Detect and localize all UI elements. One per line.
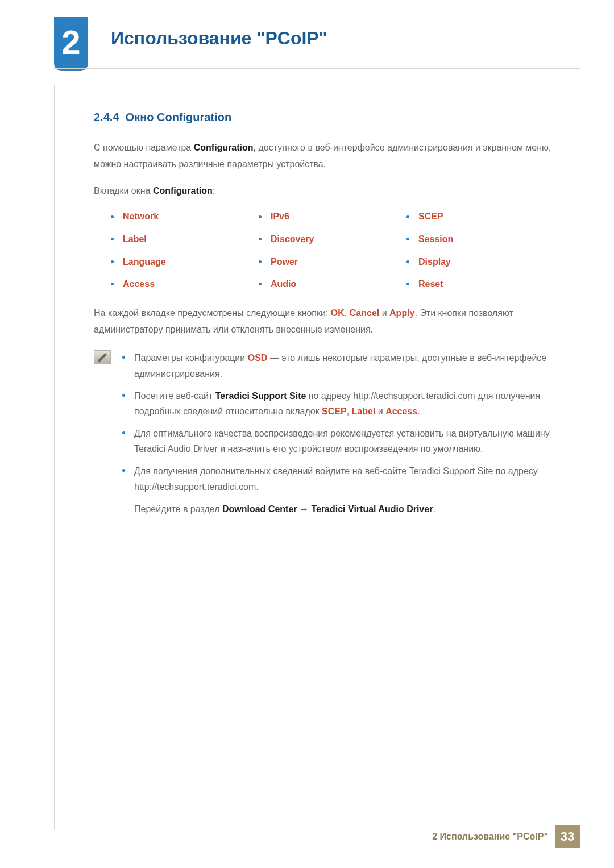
n2-t3: Access — [385, 406, 417, 416]
bullet-icon — [406, 260, 409, 263]
tab-item: Access — [111, 277, 259, 292]
tab-item: Session — [406, 232, 554, 247]
intro-paragraph: С помощью параметра Configuration, досту… — [94, 140, 554, 173]
n2-s1: , — [347, 406, 352, 416]
note-text: Посетите веб-сайт Teradici Support Site … — [134, 388, 554, 419]
n1-hl: OSD — [248, 353, 268, 363]
tabs-grid: Network IPv6 SCEP Label Discovery Sessio… — [111, 209, 554, 291]
tabs-intro-post: : — [213, 186, 215, 196]
tab-label: Discovery — [271, 232, 314, 247]
tab-item: Power — [259, 255, 406, 269]
tab-item: Language — [111, 255, 259, 269]
n4-tv: Teradici Virtual Audio Driver — [311, 504, 433, 514]
note-text: Для получения дополнительных сведений во… — [134, 463, 554, 494]
n2-s2: и — [375, 406, 385, 416]
bullet-icon — [122, 469, 125, 472]
tab-label: Session — [418, 232, 453, 247]
n2-b: Teradici Support Site — [215, 391, 306, 401]
note-icon — [94, 350, 111, 364]
chapter-number-badge: 2 — [54, 17, 88, 71]
note-item: Для оптимального качества воспроизведени… — [122, 426, 554, 456]
tab-label: Access — [123, 277, 155, 292]
note-item: Параметры конфигурации OSD — это лишь не… — [122, 350, 554, 381]
note-extra-line: Перейдите в раздел Download Center → Ter… — [134, 501, 554, 517]
n4-l2-pre: Перейдите в раздел — [134, 504, 222, 514]
tab-item: Discovery — [259, 232, 406, 247]
tab-item: Label — [111, 232, 259, 247]
note-list: Параметры конфигурации OSD — это лишь не… — [122, 350, 554, 517]
n2-pre: Посетите веб-сайт — [134, 391, 215, 401]
section-heading: 2.4.4 Окно Configuration — [94, 108, 554, 126]
n1-pre: Параметры конфигурации — [134, 353, 248, 363]
bullet-icon — [406, 215, 409, 218]
tabs-intro-bold: Configuration — [153, 186, 213, 196]
note-item: Посетите веб-сайт Teradici Support Site … — [122, 388, 554, 419]
tab-label: Network — [123, 209, 159, 224]
sep: , — [345, 308, 350, 318]
tab-label: Label — [123, 232, 147, 247]
bullet-icon — [406, 238, 409, 240]
bullet-icon — [122, 356, 125, 359]
tabs-intro-pre: Вкладки окна — [94, 186, 153, 196]
buttons-pre: На каждой вкладке предусмотрены следующи… — [94, 308, 331, 318]
bullet-icon — [122, 394, 125, 397]
tab-label: IPv6 — [271, 209, 289, 224]
n4-dc: Download Center — [222, 504, 297, 514]
bullet-icon — [111, 238, 114, 240]
sep: и — [379, 308, 389, 318]
n2-t2: Label — [352, 406, 376, 416]
buttons-paragraph: На каждой вкладке предусмотрены следующи… — [94, 305, 554, 338]
bullet-icon — [111, 283, 114, 285]
btn-apply: Apply — [389, 308, 414, 318]
tab-label: Display — [418, 255, 451, 269]
n2-post: . — [417, 406, 420, 416]
n4-l2-post: . — [433, 504, 435, 514]
note-text: Параметры конфигурации OSD — это лишь не… — [134, 350, 554, 381]
bullet-icon — [111, 260, 114, 263]
page-number: 33 — [555, 825, 580, 848]
bullet-icon — [122, 431, 125, 434]
footer-text: 2 Использование "PCoIP" — [432, 829, 548, 844]
tab-item: Reset — [406, 277, 554, 292]
tab-label: SCEP — [418, 209, 443, 224]
arrow-icon: → — [297, 504, 312, 514]
tab-item: IPv6 — [259, 209, 406, 224]
note-item: Для получения дополнительных сведений во… — [122, 463, 554, 494]
note-text: Для оптимального качества воспроизведени… — [134, 426, 554, 456]
btn-cancel: Cancel — [350, 308, 379, 318]
tab-label: Audio — [271, 277, 296, 292]
bullet-icon — [111, 215, 114, 218]
bullet-icon — [259, 260, 262, 263]
intro-pre: С помощью параметра — [94, 143, 194, 152]
tabs-intro: Вкладки окна Configuration: — [94, 183, 554, 200]
n2-t1: SCEP — [322, 406, 347, 416]
section-number: 2.4.4 — [94, 111, 119, 123]
tab-label: Power — [271, 255, 298, 269]
left-margin-rule — [54, 85, 55, 830]
bullet-icon — [259, 215, 262, 218]
header-rule — [54, 68, 580, 69]
chapter-title: Использование "PCoIP" — [111, 24, 327, 53]
tab-label: Reset — [418, 277, 443, 292]
tab-item: Audio — [259, 277, 406, 292]
bullet-icon — [406, 283, 409, 285]
page-footer: 2 Использование "PCoIP" 33 — [432, 825, 580, 848]
tab-label: Language — [123, 255, 166, 269]
tab-item: SCEP — [406, 209, 554, 224]
page-header: 2 Использование "PCoIP" — [0, 0, 614, 17]
tab-item: Display — [406, 255, 554, 269]
intro-bold: Configuration — [194, 143, 254, 152]
btn-ok: OK — [331, 308, 345, 318]
bullet-icon — [259, 238, 262, 240]
tab-item: Network — [111, 209, 259, 224]
content-area: 2.4.4 Окно Configuration С помощью парам… — [94, 108, 554, 517]
note-block: Параметры конфигурации OSD — это лишь не… — [94, 350, 554, 517]
bullet-icon — [259, 283, 262, 285]
section-title: Окно Configuration — [126, 111, 232, 123]
